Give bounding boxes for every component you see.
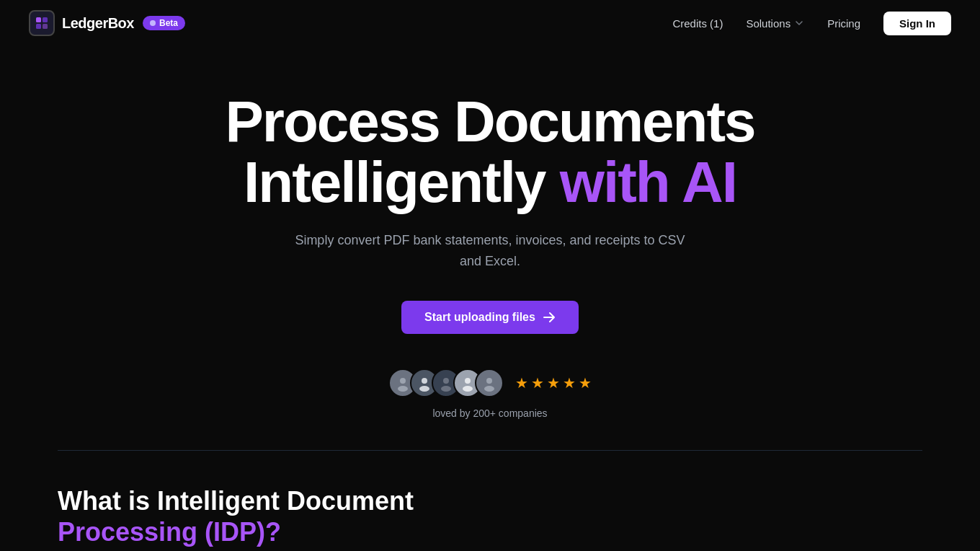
logo[interactable]: LedgerBox: [29, 10, 134, 36]
svg-point-5: [398, 386, 408, 392]
hero-title: Process Documents Intelligently with AI: [225, 92, 754, 213]
star-5: ★: [579, 374, 592, 392]
upload-button[interactable]: Start uploading files: [401, 301, 579, 334]
avatars-group: [388, 369, 504, 397]
svg-point-4: [400, 378, 406, 384]
svg-rect-2: [36, 24, 41, 29]
svg-rect-3: [43, 24, 48, 29]
svg-point-6: [422, 378, 427, 384]
star-1: ★: [515, 374, 528, 392]
svg-point-7: [419, 386, 429, 392]
stars-row: ★ ★ ★ ★ ★: [515, 374, 592, 392]
nav-credits[interactable]: Credits (1): [672, 17, 723, 30]
svg-point-10: [465, 378, 471, 384]
send-icon: [543, 311, 556, 324]
section-title: What is Intelligent Document Processing …: [58, 485, 922, 547]
nav-solutions[interactable]: Solutions: [746, 17, 804, 30]
hero-title-regular: Intelligently: [244, 150, 560, 214]
logo-icon: [29, 10, 55, 36]
hero-title-accent: with AI: [560, 150, 736, 214]
navbar: LedgerBox Beta Credits (1) Solutions Pri…: [0, 0, 980, 46]
avatar: [475, 369, 504, 397]
svg-point-12: [486, 378, 492, 384]
hero-section: Process Documents Intelligently with AI …: [0, 46, 980, 450]
logo-text: LedgerBox: [62, 15, 134, 32]
hero-subtitle: Simply convert PDF bank statements, invo…: [288, 230, 692, 272]
beta-badge: Beta: [143, 16, 185, 30]
star-4: ★: [563, 374, 576, 392]
social-proof: ★ ★ ★ ★ ★ loved by 200+ companies: [388, 369, 592, 419]
nav-right: Credits (1) Solutions Pricing Sign In: [672, 12, 951, 35]
sign-in-button[interactable]: Sign In: [883, 12, 951, 35]
svg-point-9: [441, 386, 451, 392]
loved-text: loved by 200+ companies: [432, 407, 547, 419]
section-below: What is Intelligent Document Processing …: [0, 451, 980, 547]
hero-title-line1: Process Documents: [225, 92, 754, 152]
nav-left: LedgerBox Beta: [29, 10, 185, 36]
svg-point-13: [484, 386, 494, 392]
svg-point-8: [443, 378, 449, 384]
svg-rect-1: [43, 17, 48, 22]
nav-pricing[interactable]: Pricing: [827, 17, 860, 30]
chevron-down-icon: [794, 18, 804, 28]
svg-rect-0: [36, 17, 41, 22]
star-2: ★: [531, 374, 544, 392]
svg-point-11: [463, 386, 473, 392]
star-3: ★: [547, 374, 560, 392]
hero-title-line2: Intelligently with AI: [225, 152, 754, 213]
